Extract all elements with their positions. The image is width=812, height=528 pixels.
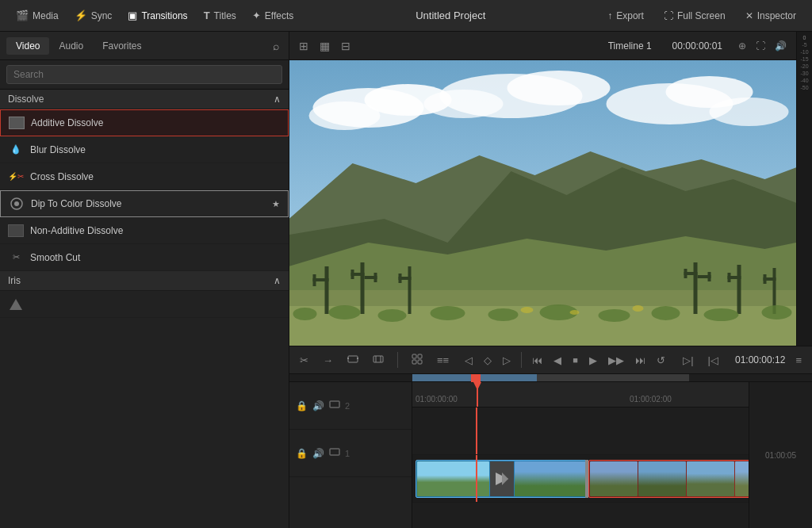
inspector-label: Inspector [757,10,796,21]
track-2-label: 🔒 🔊 2 [289,382,412,430]
transition-additive-dissolve[interactable]: Additive Dissolve [0,109,289,136]
preview-layout-btn1[interactable]: ⊞ [296,38,312,54]
tl-film-btn2[interactable] [369,351,388,369]
tl-settings-btn2[interactable]: ≡≡ [433,352,453,369]
track-2-clip-area[interactable] [412,407,749,454]
menu-sync-label: Sync [91,10,113,21]
stop-btn[interactable]: ■ [569,353,582,367]
svg-point-40 [329,305,361,319]
top-menubar: 🎬 Media ⚡ Sync ▣ Transitions T Titles ✦ … [0,0,812,32]
loop-btn[interactable]: ↺ [653,352,669,369]
preview-area: ⊞ ▦ ⊟ Timeline 1 00:00:00:01 ⊕ ⛶ 🔊 [289,32,812,346]
tl-settings-btn1[interactable] [408,351,427,369]
tl-prev-marker-btn[interactable]: |◁ [704,352,722,369]
track-1-label: 🔒 🔊 1 [289,430,412,477]
track1-film-btn[interactable] [329,446,340,460]
menu-transitions[interactable]: ▣ Transitions [120,6,195,25]
menu-effects-label: Effects [265,10,293,21]
sync-icon: ⚡ [75,10,87,21]
clip-2-red[interactable] [588,460,749,498]
volume-meter: 0 -5 -10 -15 -20 -30 -40 -50 [796,32,812,346]
svg-point-45 [599,309,630,322]
skip-to-start-btn[interactable]: ⏮ [528,352,546,369]
svg-point-50 [570,310,580,315]
search-input[interactable] [6,65,282,84]
tl-menu-btn[interactable]: ≡ [791,352,806,369]
track1-lock-btn[interactable]: 🔒 [296,448,308,459]
dip-to-color-star: ★ [272,199,280,209]
track2-audio-btn[interactable]: 🔊 [312,400,324,411]
tab-audio[interactable]: Audio [49,37,93,55]
transition-blur-dissolve[interactable]: 💧 Blur Dissolve [0,136,289,163]
svg-point-46 [652,306,680,320]
step-back-btn[interactable]: ◀ [550,352,565,369]
tl-arrow-btn[interactable]: → [319,352,337,369]
iris-item-1[interactable] [0,291,289,318]
tab-video[interactable]: Video [6,37,49,55]
transition-non-additive[interactable]: Non-Additive Dissolve [0,217,289,244]
clip-1-blue[interactable] [416,460,588,498]
menu-effects[interactable]: ✦ Effects [244,6,301,25]
inspector-button[interactable]: ✕ Inspector [737,7,804,25]
diamond-btn[interactable]: ◇ [480,352,496,369]
transition-cross-dissolve[interactable]: ⚡✂ Cross Dissolve [0,163,289,190]
ruler-mark-0: 01:00:00:00 [416,395,458,404]
play-btn[interactable]: ▶ [585,352,601,369]
transport-controls: ◁ ◇ ▷ ⏮ ◀ ■ ▶ ▶▶ ⏭ ↺ [461,352,669,369]
dip-to-color-label: Dip To Color Dissolve [31,198,266,209]
svg-rect-55 [373,356,383,362]
preview-fullscreen-btn[interactable]: ⛶ [753,39,768,53]
dissolve-label: Dissolve [8,94,44,105]
timeline-range-bar [289,374,812,382]
blur-dissolve-label: Blur Dissolve [30,144,281,155]
preview-transform-btn[interactable]: ⊕ [735,39,749,53]
menu-titles[interactable]: T Titles [196,6,244,25]
meter-label-50: -50 [800,85,808,90]
step-fwd-btn[interactable]: ▶▶ [604,352,628,369]
tl-scissors-btn[interactable]: ✂ [296,352,312,369]
right-side: ⊞ ▦ ⊟ Timeline 1 00:00:00:01 ⊕ ⛶ 🔊 [289,32,812,528]
export-button[interactable]: ↑ Export [599,7,652,25]
svg-rect-33 [737,265,741,314]
svg-point-1 [14,201,19,206]
tab-favorites[interactable]: Favorites [93,37,151,55]
menu-media[interactable]: 🎬 Media [8,6,67,25]
ruler-mark-2: 01:00:02:00 [630,395,672,404]
menu-transitions-label: Transitions [141,10,187,21]
dissolve-section-header[interactable]: Dissolve ∧ [0,90,289,109]
clip2-thumb3 [687,461,734,496]
additive-dissolve-icon [9,115,25,131]
svg-point-51 [633,305,644,312]
track-1-clip-area[interactable] [412,455,749,502]
svg-point-48 [762,305,792,319]
skip-to-end-btn[interactable]: ⏭ [631,352,649,369]
transition-dip-to-color[interactable]: Dip To Color Dissolve ★ [0,190,289,217]
svg-rect-63 [330,449,339,455]
effects-icon: ✦ [252,10,261,21]
next-edit-btn[interactable]: ▷ [499,352,515,369]
playhead-marker[interactable] [471,374,481,382]
menu-sync[interactable]: ⚡ Sync [67,6,121,25]
svg-rect-17 [325,266,329,314]
preview-layout-btn3[interactable]: ⊟ [338,38,354,54]
smooth-cut-icon: ✂ [8,250,24,266]
fullscreen-button[interactable]: ⛶ Full Screen [656,7,733,25]
prev-edit-btn[interactable]: ◁ [461,352,477,369]
search-button[interactable]: ⌕ [270,36,282,55]
svg-rect-25 [408,266,412,314]
preview-volume-btn[interactable]: 🔊 [772,39,790,53]
iris-section-header[interactable]: Iris ∧ [0,271,289,291]
track2-film-btn[interactable] [329,399,340,412]
range-bar-track[interactable] [412,374,689,381]
dissolve-chevron: ∧ [274,94,281,105]
timeline-timecode: 01:00:00:12 [735,354,785,365]
preview-layout-btn2[interactable]: ▦ [316,38,333,54]
track-2-clips [412,407,749,455]
svg-marker-65 [502,473,508,485]
svg-rect-22 [351,270,354,279]
tl-next-marker-btn[interactable]: ▷| [679,352,697,369]
transition-smooth-cut[interactable]: ✂ Smooth Cut [0,244,289,271]
tl-film-btn1[interactable] [343,351,362,369]
track1-audio-btn[interactable]: 🔊 [312,448,324,459]
track2-lock-btn[interactable]: 🔒 [296,400,308,411]
